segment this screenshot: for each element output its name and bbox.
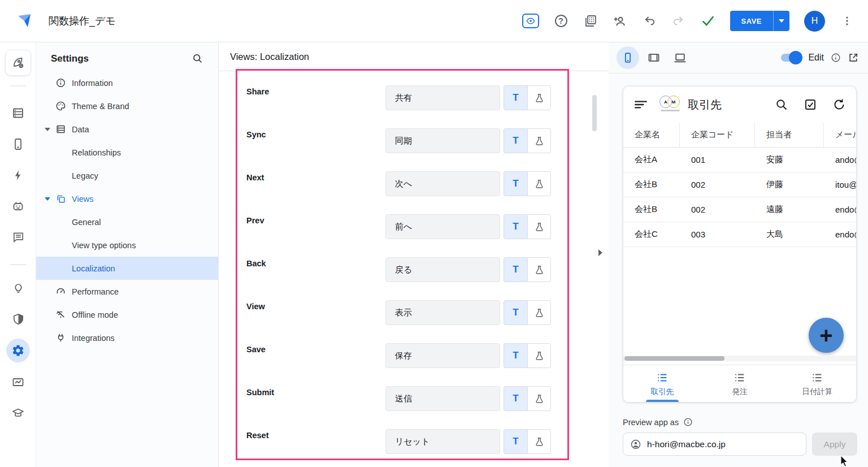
sync-text-input[interactable]: 同期: [385, 128, 500, 153]
phone-device-icon[interactable]: [617, 46, 639, 69]
preview-app-logo: A M: [659, 94, 682, 115]
preview-as-email-field[interactable]: [623, 433, 806, 456]
formula-flask-button[interactable]: [527, 85, 551, 110]
email-input[interactable]: [647, 439, 794, 449]
rail-settings-gear-icon[interactable]: [6, 339, 30, 362]
main-panel-title: Views: Localization: [219, 42, 609, 71]
text-mode-button[interactable]: T: [504, 429, 527, 454]
rail-learn-graduation-icon[interactable]: [0, 407, 36, 420]
settings-item-general[interactable]: General: [36, 210, 218, 234]
formula-flask-button[interactable]: [527, 300, 551, 325]
settings-item-relationships[interactable]: Relationships: [36, 141, 218, 164]
prev-text-input[interactable]: 前へ: [385, 214, 500, 239]
settings-item-view-type-options[interactable]: View type options: [36, 234, 218, 257]
launch-rocket-icon[interactable]: [5, 50, 31, 76]
text-mode-button[interactable]: T: [504, 85, 527, 110]
rail-intelligence-bulb-icon[interactable]: [0, 282, 36, 295]
edit-toggle[interactable]: [781, 54, 801, 62]
settings-item-integrations[interactable]: Integrations: [36, 326, 218, 349]
kebab-menu-icon[interactable]: [840, 14, 854, 28]
column-header[interactable]: メールア: [824, 123, 856, 147]
tab-hizuke-keisan[interactable]: 日付計算: [779, 365, 856, 403]
text-mode-button[interactable]: T: [504, 128, 527, 153]
appsheet-logo-icon[interactable]: [16, 11, 35, 31]
settings-panel: Settings Information: [36, 42, 219, 467]
text-mode-button[interactable]: T: [504, 343, 527, 368]
settings-item-localization[interactable]: Localization: [36, 257, 218, 280]
search-icon[interactable]: [192, 53, 203, 64]
apply-button[interactable]: Apply: [812, 433, 857, 456]
multi-select-checkbox-icon[interactable]: [804, 98, 817, 111]
redo-icon[interactable]: [671, 14, 686, 28]
share-text-input[interactable]: 共有: [385, 85, 500, 110]
localization-highlight-box: Share 共有 T Sync 同期 T: [236, 69, 569, 460]
info-icon[interactable]: [683, 417, 693, 427]
horizontal-scrollbar[interactable]: [624, 356, 724, 361]
expand-caret-icon[interactable]: [42, 197, 53, 201]
rail-data-icon[interactable]: [0, 106, 36, 120]
sample-apps-grid-icon[interactable]: [583, 14, 598, 28]
column-header[interactable]: 企業コード: [680, 123, 755, 147]
settings-item-legacy[interactable]: Legacy: [36, 164, 218, 187]
formula-flask-button[interactable]: [527, 214, 551, 239]
text-mode-button[interactable]: T: [504, 386, 527, 411]
info-icon[interactable]: [831, 53, 841, 63]
next-text-input[interactable]: 次へ: [385, 171, 500, 196]
tablet-device-icon[interactable]: [643, 46, 665, 69]
rail-manage-monitor-icon[interactable]: [0, 375, 36, 389]
rail-actions-bolt-icon[interactable]: [0, 169, 36, 181]
settings-item-offline-mode[interactable]: Offline mode: [36, 303, 218, 326]
column-header[interactable]: 担当者: [755, 123, 824, 147]
share-add-user-icon[interactable]: [613, 14, 627, 28]
tab-torihikisaki[interactable]: 取引先: [623, 365, 701, 403]
rail-security-shield-icon[interactable]: [0, 313, 36, 326]
open-in-new-icon[interactable]: [848, 52, 859, 63]
settings-item-views[interactable]: Views: [36, 187, 218, 210]
reset-text-input[interactable]: リセット: [385, 429, 500, 454]
rail-chat-icon[interactable]: [0, 231, 36, 244]
back-text-input[interactable]: 戻る: [385, 257, 500, 282]
formula-flask-button[interactable]: [527, 171, 551, 196]
expand-caret-icon[interactable]: [42, 128, 53, 131]
rail-views-phone-icon[interactable]: [0, 137, 36, 151]
formula-flask-button[interactable]: [527, 343, 551, 368]
save-dropdown-button[interactable]: [774, 11, 789, 31]
device-toggle-row: Edit: [609, 42, 868, 73]
verify-check-icon[interactable]: [701, 14, 715, 28]
settings-item-theme-brand[interactable]: Theme & Brand: [36, 94, 218, 118]
formula-flask-button[interactable]: [527, 429, 551, 454]
rail-automation-bot-icon[interactable]: [0, 200, 36, 213]
save-text-input[interactable]: 保存: [385, 343, 500, 368]
table-row[interactable]: 会社B 002 伊藤 itou@bl: [623, 172, 856, 197]
formula-flask-button[interactable]: [527, 257, 551, 282]
menu-icon[interactable]: [633, 97, 648, 112]
wifi-off-icon: [55, 309, 66, 320]
preview-app-icon[interactable]: [522, 14, 539, 28]
table-row[interactable]: 会社C 003 大島 endo@c: [623, 222, 856, 247]
text-mode-button[interactable]: T: [504, 257, 527, 282]
column-header[interactable]: 企業名: [623, 123, 680, 147]
text-mode-button[interactable]: T: [504, 171, 527, 196]
text-mode-button[interactable]: T: [504, 300, 527, 325]
formula-flask-button[interactable]: [527, 386, 551, 411]
settings-item-information[interactable]: Information: [36, 71, 218, 94]
table-row[interactable]: 会社A 001 安藤 ando@a: [623, 148, 856, 172]
panel-expand-handle[interactable]: [598, 249, 602, 256]
submit-text-input[interactable]: 送信: [385, 386, 500, 411]
tab-hacchuu[interactable]: 発注: [701, 365, 778, 403]
search-icon[interactable]: [775, 98, 788, 111]
view-text-input[interactable]: 表示: [385, 300, 500, 325]
settings-item-data[interactable]: Data: [36, 118, 218, 141]
sync-refresh-icon[interactable]: [832, 98, 846, 111]
desktop-device-icon[interactable]: [669, 46, 691, 69]
avatar[interactable]: H: [804, 11, 825, 32]
settings-item-performance[interactable]: Performance: [36, 280, 218, 303]
vertical-scrollbar[interactable]: [592, 95, 597, 131]
table-row[interactable]: 会社B 002 遠藤 endo@b: [623, 197, 856, 222]
text-mode-button[interactable]: T: [504, 214, 527, 239]
help-icon[interactable]: ?: [554, 14, 568, 28]
save-button[interactable]: SAVE: [730, 11, 774, 31]
undo-icon[interactable]: [642, 14, 657, 28]
formula-flask-button[interactable]: [527, 128, 551, 153]
add-record-fab[interactable]: +: [809, 318, 844, 353]
